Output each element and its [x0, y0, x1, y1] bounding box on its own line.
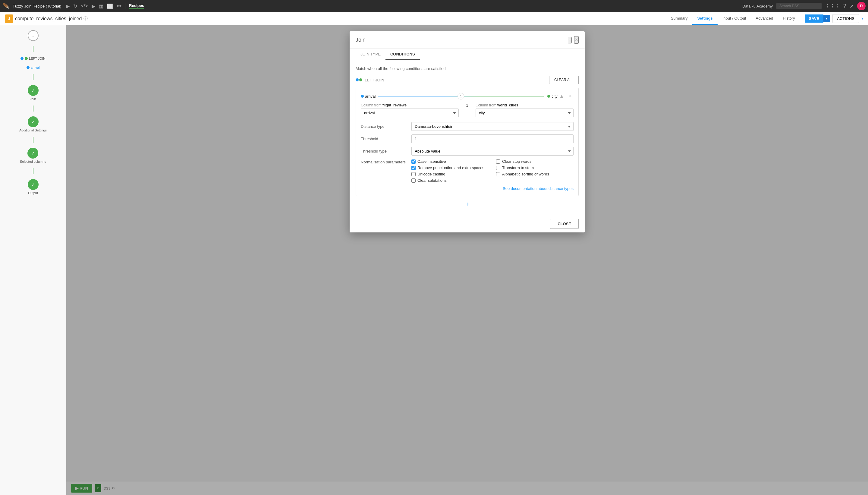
flow-line-5 — [33, 168, 33, 174]
nav-input-output[interactable]: Input / Output — [717, 12, 751, 25]
nav-advanced[interactable]: Advanced — [751, 12, 778, 25]
apps-icon[interactable]: ⋮⋮⋮ — [825, 3, 840, 9]
modal-close-button[interactable]: × — [574, 36, 579, 44]
cond-number: 1 — [457, 93, 464, 100]
doc-link[interactable]: See documentation about distance types — [361, 186, 574, 191]
clear-all-button[interactable]: CLEAR ALL — [549, 76, 579, 84]
right-col-wrapper: Column from world_cities city — [475, 103, 574, 117]
condition-header: arrival 1 city ▲ × — [361, 93, 574, 100]
add-condition-button[interactable]: + — [462, 200, 473, 209]
threshold-type-label: Threshold type — [361, 149, 409, 153]
threshold-row: Threshold — [361, 134, 574, 143]
flow-line-2 — [33, 74, 33, 80]
code-icon[interactable]: </> — [81, 3, 88, 9]
threshold-type-control: Absolute value Relative value — [411, 147, 574, 156]
cond-right-label: city — [552, 94, 558, 99]
info-icon[interactable]: ⓘ — [84, 16, 88, 21]
dot-blue-2 — [27, 66, 30, 69]
grid-icon[interactable]: ▦ — [99, 3, 103, 9]
join-node-circle: ✓ — [28, 85, 39, 96]
norm-label-case: Case insensitive — [417, 159, 446, 164]
norm-item-unicode[interactable]: Unicode casting — [411, 172, 489, 176]
modal-title: Join — [355, 37, 568, 43]
condition-card: arrival 1 city ▲ × — [355, 88, 579, 196]
dot-green-1 — [25, 57, 28, 60]
separator — [125, 3, 125, 9]
tab-conditions[interactable]: CONDITIONS — [385, 49, 420, 60]
close-button[interactable]: CLOSE — [550, 219, 579, 229]
norm-label-unicode: Unicode casting — [417, 172, 446, 176]
join-dots — [355, 79, 362, 81]
flow-node-columns[interactable]: ✓ Selected columns — [20, 148, 46, 164]
threshold-input[interactable] — [411, 134, 574, 143]
threshold-label: Threshold — [361, 137, 409, 141]
norm-item-salutations[interactable]: Clear salutations — [411, 178, 489, 183]
activity-icon[interactable]: ↗ — [850, 3, 853, 9]
back-button[interactable]: › — [861, 15, 863, 22]
norm-item-alphabetic[interactable]: Alphabetic sorting of words — [496, 172, 574, 176]
distance-type-label: Distance type — [361, 124, 409, 129]
flow-node-additional[interactable]: ✓ Additional Settings — [19, 116, 47, 132]
cond-up-button[interactable]: ▲ — [558, 93, 566, 100]
subheader: J compute_reviews_cities_joined ⓘ Summar… — [0, 12, 868, 25]
add-condition-wrapper: + — [355, 200, 579, 209]
save-button[interactable]: SAVE — [805, 15, 823, 23]
recipes-label[interactable]: Recipes — [129, 3, 144, 9]
norm-item-remove-punct[interactable]: Remove punctuation and extra spaces — [411, 166, 489, 170]
join-modal: Join − × JOIN TYPE CONDITIONS Match when… — [350, 31, 585, 233]
actions-button[interactable]: ACTIONS — [832, 14, 859, 23]
norm-checkbox-stop[interactable] — [496, 159, 500, 164]
play-icon[interactable]: ▶ — [92, 3, 95, 9]
run-icon[interactable]: ▶ — [66, 3, 70, 9]
norm-checkbox-unicode[interactable] — [411, 172, 416, 176]
norm-checkbox-punct[interactable] — [411, 166, 416, 170]
help-icon[interactable]: ? — [843, 3, 846, 9]
nav-history[interactable]: History — [778, 12, 800, 25]
save-caret-button[interactable]: ▾ — [823, 15, 830, 22]
nav-summary[interactable]: Summary — [666, 12, 693, 25]
distance-type-select[interactable]: Damerau-Levenshtein Levenshtein Jaro-Win… — [411, 122, 574, 131]
norm-checkbox-stem[interactable] — [496, 166, 500, 170]
join-dot-blue — [355, 79, 359, 81]
norm-checkbox-alpha[interactable] — [496, 172, 500, 176]
norm-label-punct: Remove punctuation and extra spaces — [417, 166, 484, 170]
left-col-select[interactable]: arrival — [361, 108, 459, 117]
subheader-nav: Summary Settings Input / Output Advanced… — [666, 12, 800, 25]
norm-checkbox-sal[interactable] — [411, 178, 416, 183]
distance-type-control: Damerau-Levenshtein Levenshtein Jaro-Win… — [411, 122, 574, 131]
norm-item-case-insensitive[interactable]: Case insensitive — [411, 159, 489, 164]
right-col-select[interactable]: city — [475, 108, 574, 117]
flow-node-start: ↓ — [28, 30, 39, 41]
modal-footer: CLOSE — [350, 215, 585, 233]
dot-blue-1 — [20, 57, 23, 60]
search-input[interactable] — [776, 3, 821, 9]
modal-minimize-button[interactable]: − — [568, 37, 572, 44]
norm-label-alpha: Alphabetic sorting of words — [502, 172, 549, 176]
norm-item-stem[interactable]: Transform to stem — [496, 166, 574, 170]
column-selectors: Column from flight_reviews arrival 1 Col… — [361, 103, 574, 117]
additional-node-label: Additional Settings — [19, 129, 47, 132]
join-node-label: Join — [30, 97, 36, 101]
additional-node-circle: ✓ — [28, 116, 39, 127]
cond-remove-button[interactable]: × — [567, 93, 574, 100]
join-dot-green — [359, 79, 362, 81]
norm-item-clear-stop[interactable]: Clear stop words — [496, 159, 574, 164]
flow-line-1 — [33, 46, 33, 52]
avatar[interactable]: D — [857, 2, 866, 10]
more-icon[interactable]: ••• — [117, 3, 122, 9]
screen-icon[interactable]: ⬜ — [107, 3, 113, 9]
center-number: 1 — [461, 103, 473, 109]
tab-join-type[interactable]: JOIN TYPE — [355, 49, 385, 60]
output-node-label: Output — [28, 191, 38, 195]
main-area: ↓ LEFT JOIN arrival ✓ Join ✓ Additional … — [0, 25, 868, 495]
nav-settings[interactable]: Settings — [692, 12, 717, 25]
flow-node-output[interactable]: ✓ Output — [28, 179, 39, 195]
normalisation-section: Normalisation parameters Case insensitiv… — [361, 159, 574, 183]
refresh-icon[interactable]: ↻ — [73, 3, 77, 9]
threshold-type-select[interactable]: Absolute value Relative value — [411, 147, 574, 156]
flow-node-join[interactable]: ✓ Join — [28, 85, 39, 101]
norm-checkbox-case[interactable] — [411, 159, 416, 164]
logo-icon: 🪶 — [2, 3, 9, 9]
left-col-header: Column from flight_reviews — [361, 103, 459, 107]
flow-line-4 — [33, 137, 33, 143]
